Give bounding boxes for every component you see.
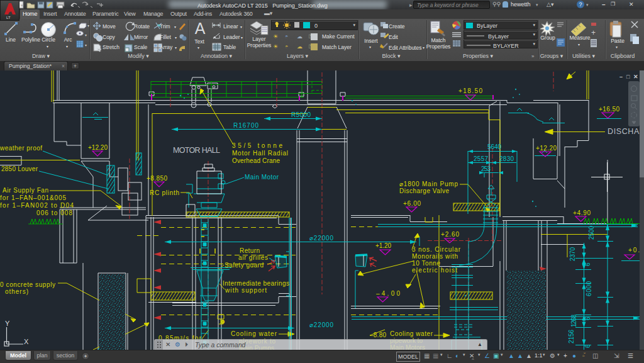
svg-text:□: □	[626, 74, 630, 80]
svg-text:▾: ▾	[87, 24, 89, 28]
svg-text:–: –	[619, 74, 623, 80]
svg-text:RC plinth: RC plinth	[150, 189, 179, 196]
svg-text:10 Tonne: 10 Tonne	[412, 260, 440, 267]
svg-text:Safety guard: Safety guard	[225, 262, 264, 269]
svg-text:006 to 008: 006 to 008	[36, 209, 72, 216]
svg-text:3 nos. Circular: 3 nos. Circular	[412, 246, 461, 253]
svg-text:⌀22000: ⌀22000	[309, 321, 333, 328]
svg-text:2156: 2156	[568, 330, 575, 343]
svg-text:R16700: R16700	[233, 122, 258, 129]
svg-text:6000: 6000	[586, 281, 592, 296]
svg-text:2500: 2500	[588, 226, 595, 240]
svg-text:+18.50: +18.50	[458, 87, 482, 94]
svg-text:+1.20: +1.20	[375, 242, 391, 249]
svg-text:◓: ◓	[285, 43, 288, 50]
svg-text:for 1–FAN002 to D04: for 1–FAN002 to D04	[0, 202, 74, 209]
svg-text:R5000: R5000	[291, 111, 311, 118]
svg-text:2557: 2557	[474, 155, 488, 162]
svg-text:☁: ☁	[297, 33, 303, 40]
svg-text:weather proof: weather proof	[0, 145, 42, 152]
svg-text:Intermediate bearings: Intermediate bearings	[223, 280, 289, 287]
svg-text:Motor Hall Radial: Motor Hall Radial	[232, 150, 288, 157]
svg-text:▾: ▾	[85, 33, 87, 37]
svg-text:Y: Y	[5, 320, 10, 327]
svg-text:Main Motor: Main Motor	[245, 174, 279, 181]
svg-text:Air Supply Fan: Air Supply Fan	[3, 187, 48, 194]
svg-text:MOTOR HALL: MOTOR HALL	[173, 146, 220, 155]
svg-text:+: +	[591, 28, 596, 37]
svg-text:6: 6	[584, 262, 591, 266]
svg-text:▾: ▾	[85, 43, 87, 47]
svg-text:1268: 1268	[570, 315, 577, 327]
svg-text:2830: 2830	[499, 155, 514, 162]
svg-text:6: 6	[584, 344, 591, 348]
svg-text:air grilles: air grilles	[238, 254, 268, 261]
svg-text:☀: ☀	[273, 43, 278, 50]
svg-text:⌀22000: ⌀22000	[309, 235, 333, 242]
svg-text:2370: 2370	[569, 247, 576, 261]
svg-text:Return: Return	[240, 247, 260, 254]
svg-text:with support: with support	[225, 287, 267, 294]
svg-text:ByLayer: ByLayer	[488, 33, 509, 40]
svg-text:0: 0	[314, 23, 318, 29]
svg-text:2850 Louver: 2850 Louver	[1, 165, 38, 172]
svg-text:✕: ✕	[633, 74, 638, 80]
svg-text:–8.80: –8.80	[370, 332, 386, 338]
svg-text:+0.: +0.	[628, 247, 640, 254]
svg-text:⌀1800 Main Pump: ⌀1800 Main Pump	[399, 181, 458, 187]
svg-text:X: X	[24, 338, 29, 345]
svg-text:+6.00: +6.00	[403, 200, 421, 207]
svg-text:BYLAYER: BYLAYER	[493, 43, 519, 49]
svg-text:5640: 5640	[487, 143, 501, 150]
svg-text:☁: ☁	[297, 43, 303, 50]
svg-text:+4.90: +4.90	[573, 209, 591, 216]
svg-text:35/5 tonne: 35/5 tonne	[232, 142, 282, 149]
svg-text:LT: LT	[6, 16, 11, 20]
svg-text:electric hoist: electric hoist	[412, 267, 457, 274]
svg-text:Discharge Valve: Discharge Valve	[399, 187, 449, 194]
svg-text:6: 6	[584, 316, 591, 320]
svg-text:◓: ◓	[285, 33, 288, 40]
svg-text:Monorails with: Monorails with	[412, 253, 458, 260]
svg-text:others): others)	[5, 288, 28, 295]
svg-text:ByLayer: ByLayer	[477, 23, 497, 29]
svg-text:+16.50: +16.50	[599, 106, 619, 113]
svg-text:253: 253	[481, 165, 491, 172]
svg-text:0 concrete supply: 0 concrete supply	[0, 281, 55, 288]
svg-text:Cooling water: Cooling water	[231, 330, 277, 337]
svg-text:for 1–FAN–001&005: for 1–FAN–001&005	[0, 194, 66, 201]
svg-text:DISCHAR: DISCHAR	[608, 127, 644, 136]
svg-text:+8.850: +8.850	[147, 175, 167, 182]
svg-text:+12.20: +12.20	[536, 145, 557, 152]
svg-text:☀: ☀	[273, 33, 278, 40]
svg-text:Cooling water: Cooling water	[390, 330, 433, 337]
svg-text:0: 0	[221, 319, 225, 325]
svg-text:+12.20: +12.20	[88, 144, 108, 151]
svg-text:+2.60: +2.60	[441, 231, 459, 238]
svg-text:Overhead Crane: Overhead Crane	[232, 157, 280, 164]
